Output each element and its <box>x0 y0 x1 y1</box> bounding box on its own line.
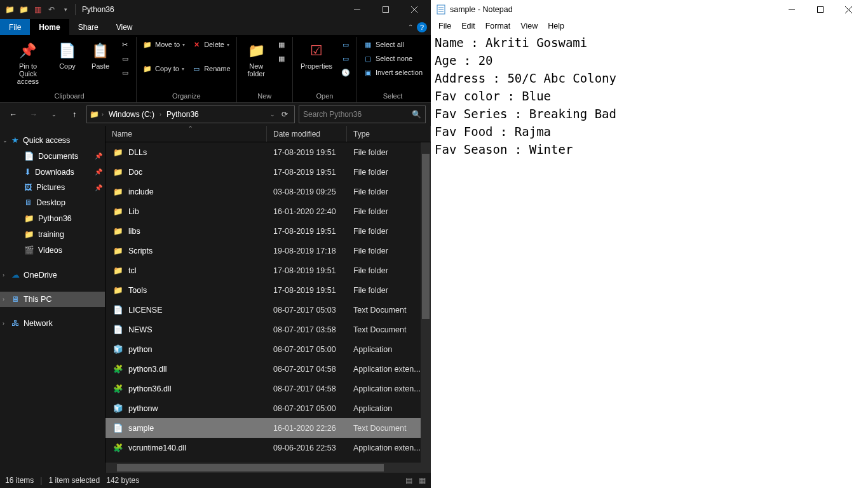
column-type[interactable]: Type <box>347 126 431 142</box>
breadcrumb[interactable]: Python36 <box>164 110 201 119</box>
chevron-right-icon[interactable]: › <box>159 111 161 118</box>
rename-button[interactable]: ▭Rename <box>189 62 233 75</box>
navigation-pane[interactable]: ⌄ ★ Quick access 📄Documents📌⬇Downloads📌🖼… <box>0 126 105 473</box>
sidebar-quick-access[interactable]: ⌄ ★ Quick access <box>0 132 105 148</box>
thumbnails-view-button[interactable]: ▦ <box>419 476 426 485</box>
up-button[interactable]: ↑ <box>66 106 83 123</box>
menu-edit[interactable]: Edit <box>456 20 480 32</box>
sidebar-item[interactable]: 📄Documents📌 <box>0 148 105 164</box>
tab-home[interactable]: Home <box>30 19 69 35</box>
tab-file[interactable]: File <box>0 19 30 35</box>
menu-format[interactable]: Format <box>480 20 516 32</box>
sidebar-network[interactable]: › 🖧 Network <box>0 316 105 331</box>
tab-view[interactable]: View <box>107 19 142 35</box>
chevron-right-icon[interactable]: › <box>3 320 4 327</box>
address-bar[interactable]: 📁 › Windows (C:) › Python36 ⌄ ⟳ <box>86 105 295 123</box>
invert-selection-button[interactable]: ▣Invert selection <box>361 66 424 79</box>
open-button[interactable]: ▭ <box>339 38 353 51</box>
search-box[interactable]: Search Python36 🔍 <box>299 105 426 123</box>
horizontal-scrollbar[interactable] <box>105 463 431 473</box>
tab-share[interactable]: Share <box>69 19 107 35</box>
menu-help[interactable]: Help <box>543 20 569 32</box>
sidebar-item[interactable]: 🖥Desktop <box>0 195 105 210</box>
file-rows[interactable]: 📁DLLs17-08-2019 19:51File folder📁Doc17-0… <box>105 142 431 463</box>
file-row[interactable]: 📁libs17-08-2019 19:51File folder <box>105 221 431 241</box>
maximize-button[interactable] <box>371 0 400 19</box>
file-row[interactable]: 🧊python08-07-2017 05:00Application <box>105 339 431 359</box>
new-folder-button[interactable]: 📁 New folder <box>241 38 272 80</box>
notepad-titlebar[interactable]: sample - Notepad <box>431 0 868 19</box>
file-row[interactable]: 📁include03-08-2019 09:25File folder <box>105 182 431 201</box>
qat-dropdown-icon[interactable]: ▾ <box>58 3 72 17</box>
sidebar-onedrive[interactable]: › ☁ OneDrive <box>0 267 105 283</box>
paste-shortcut-button[interactable]: ▭ <box>118 66 132 79</box>
easy-access-button[interactable]: ▦ <box>275 52 288 65</box>
folder-icon[interactable]: 📁 <box>3 3 17 17</box>
file-row[interactable]: 📄NEWS08-07-2017 03:58Text Document <box>105 320 431 339</box>
file-row[interactable]: 📁tcl17-08-2019 19:51File folder <box>105 261 431 280</box>
notepad-text-area[interactable]: Name : Akriti Goswami Age : 20 Address :… <box>431 32 868 488</box>
file-row[interactable]: 📁Scripts19-08-2019 17:18File folder <box>105 241 431 261</box>
breadcrumb[interactable]: Windows (C:) <box>106 110 157 119</box>
close-button[interactable] <box>834 0 863 19</box>
folder-icon[interactable]: 📁 <box>17 3 31 17</box>
minimize-button[interactable] <box>777 0 806 19</box>
menu-file[interactable]: File <box>433 20 456 32</box>
file-row[interactable]: 🧩python36.dll08-07-2017 04:58Application… <box>105 379 431 398</box>
column-headers[interactable]: Name Date modified Type ⌃ <box>105 126 431 142</box>
cut-button[interactable]: ✂ <box>118 38 132 51</box>
help-icon[interactable]: ? <box>417 22 427 32</box>
properties-button[interactable]: ☑ Properties <box>297 38 336 72</box>
delete-button[interactable]: ✕Delete ▾ <box>189 38 233 51</box>
sidebar-item[interactable]: ⬇Downloads📌 <box>0 164 105 180</box>
chevron-down-icon[interactable]: ⌄ <box>270 111 275 118</box>
recent-locations-button[interactable]: ⌄ <box>46 106 62 123</box>
select-none-button[interactable]: ▢Select none <box>361 52 424 65</box>
copy-to-button[interactable]: 📁Copy to ▾ <box>140 62 187 75</box>
refresh-button[interactable]: ⟳ <box>278 110 292 119</box>
search-icon[interactable]: 🔍 <box>412 110 421 119</box>
file-row[interactable]: 📁DLLs17-08-2019 19:51File folder <box>105 142 431 162</box>
edit-button[interactable]: ▭ <box>339 52 353 65</box>
vertical-scrollbar[interactable] <box>421 142 431 463</box>
close-button[interactable] <box>400 0 428 19</box>
new-item-button[interactable]: ▦ <box>275 38 288 51</box>
explorer-titlebar[interactable]: 📁 📁 ▥ ↶ ▾ Python36 <box>0 0 431 19</box>
history-button[interactable]: 🕓 <box>339 66 353 79</box>
paste-button[interactable]: 📋 Paste <box>85 38 116 72</box>
chevron-right-icon[interactable]: › <box>3 272 4 278</box>
collapse-ribbon-icon[interactable]: ⌃ <box>408 24 413 30</box>
forward-button[interactable]: → <box>25 106 42 123</box>
move-to-button[interactable]: 📁Move to ▾ <box>140 38 187 51</box>
sidebar-item[interactable]: 🖼Pictures📌 <box>0 180 105 195</box>
file-row[interactable]: 🧩vcruntime140.dll09-06-2016 22:53Applica… <box>105 438 431 458</box>
sidebar-item[interactable]: 📁Python36 <box>0 210 105 226</box>
copy-path-button[interactable]: ▭ <box>118 52 132 65</box>
pin-to-quick-access-button[interactable]: 📌 Pin to Quick access <box>6 38 50 88</box>
sidebar-this-pc[interactable]: › 🖥 This PC <box>0 292 105 307</box>
chevron-down-icon[interactable]: ⌄ <box>3 137 8 144</box>
copy-button[interactable]: 📄 Copy <box>52 38 83 72</box>
chevron-right-icon[interactable]: › <box>102 111 104 118</box>
scrollbar-thumb[interactable] <box>422 154 430 319</box>
maximize-button[interactable] <box>806 0 834 19</box>
column-date[interactable]: Date modified <box>267 126 347 142</box>
scrollbar-thumb[interactable] <box>117 464 384 471</box>
back-button[interactable]: ← <box>5 106 22 123</box>
sidebar-item[interactable]: 🎬Videos <box>0 242 105 258</box>
minimize-button[interactable] <box>342 0 371 19</box>
sidebar-item[interactable]: 📁training <box>0 226 105 242</box>
chevron-right-icon[interactable]: › <box>3 296 4 302</box>
menu-view[interactable]: View <box>515 20 543 32</box>
properties-qat-icon[interactable]: ▥ <box>31 3 44 17</box>
file-row[interactable]: 📁Doc17-08-2019 19:51File folder <box>105 162 431 182</box>
file-row[interactable]: 📁Lib16-01-2020 22:40File folder <box>105 201 431 221</box>
file-row[interactable]: 🧊pythonw08-07-2017 05:00Application <box>105 398 431 418</box>
file-row[interactable]: 📁Tools17-08-2019 19:51File folder <box>105 280 431 300</box>
details-view-button[interactable]: ▤ <box>405 476 412 485</box>
select-all-button[interactable]: ▦Select all <box>361 38 424 51</box>
undo-icon[interactable]: ↶ <box>44 3 58 17</box>
column-name[interactable]: Name <box>105 126 267 142</box>
file-row[interactable]: 📄sample16-01-2020 22:26Text Document <box>105 418 431 438</box>
file-row[interactable]: 📄LICENSE08-07-2017 05:03Text Document <box>105 300 431 320</box>
